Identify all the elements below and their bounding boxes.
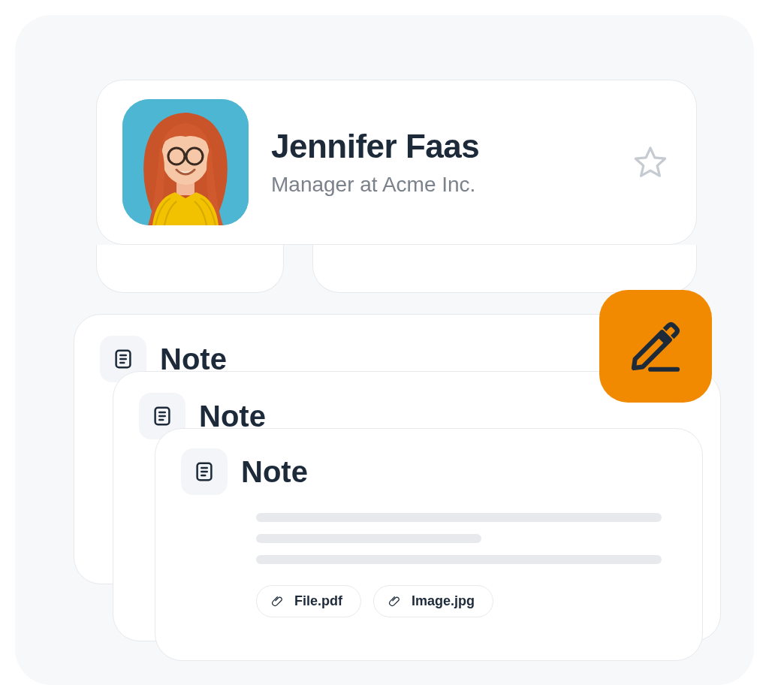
note-icon-box xyxy=(181,448,228,495)
background-panel: Jennifer Faas Manager at Acme Inc. Note xyxy=(15,15,754,685)
edit-note-button[interactable] xyxy=(599,290,712,403)
avatar[interactable] xyxy=(122,99,249,225)
attachment-chip[interactable]: File.pdf xyxy=(256,585,361,617)
card-peek-right xyxy=(312,245,697,293)
contact-text-block: Jennifer Faas Manager at Acme Inc. xyxy=(271,128,630,197)
edit-pencil-icon xyxy=(625,315,686,377)
attachment-row: File.pdf Image.jpg xyxy=(256,585,677,617)
card-peek-left xyxy=(96,245,284,293)
note-icon xyxy=(112,348,134,370)
contact-name: Jennifer Faas xyxy=(271,128,630,165)
attachment-label: Image.jpg xyxy=(412,593,475,609)
note-icon xyxy=(151,405,173,427)
contact-subtitle: Manager at Acme Inc. xyxy=(271,173,630,197)
skeleton-line xyxy=(256,534,481,543)
avatar-illustration xyxy=(122,99,249,225)
note-title: Note xyxy=(241,455,308,489)
attachment-chip[interactable]: Image.jpg xyxy=(373,585,493,617)
skeleton-line xyxy=(256,555,662,564)
attachment-label: File.pdf xyxy=(294,593,342,609)
favorite-button[interactable] xyxy=(630,142,671,183)
star-icon xyxy=(632,144,668,180)
note-header: Note xyxy=(181,448,677,495)
note-icon xyxy=(193,460,216,483)
paperclip-icon xyxy=(388,594,403,609)
paperclip-icon xyxy=(270,594,285,609)
contact-card: Jennifer Faas Manager at Acme Inc. xyxy=(96,80,697,245)
note-body-placeholder xyxy=(256,513,677,564)
note-card-front[interactable]: Note File.pdf Image.jpg xyxy=(155,428,703,661)
skeleton-line xyxy=(256,513,662,522)
